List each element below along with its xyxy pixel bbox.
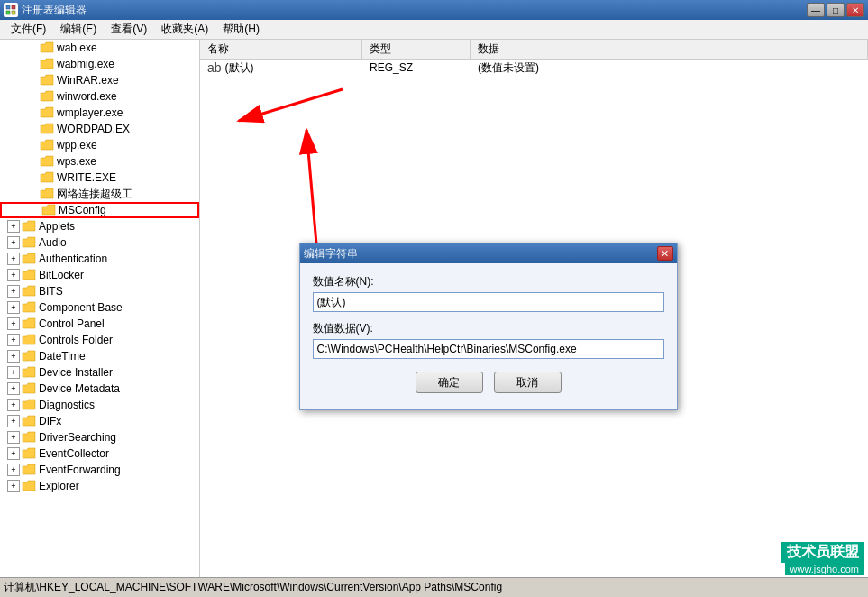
tree-item-label: Authentication (39, 253, 107, 265)
list-item[interactable]: + BitLocker (0, 267, 199, 283)
dialog-buttons: 确定 取消 (313, 368, 664, 399)
list-item[interactable]: WORDPAD.EX (0, 121, 199, 137)
tree-item-label: WinRAR.exe (57, 74, 119, 87)
folder-icon (40, 58, 54, 70)
expand-button[interactable]: + (7, 464, 20, 476)
expand-placeholder (25, 90, 38, 103)
folder-icon (22, 480, 36, 492)
tree-item-label: EventForwarding (39, 464, 121, 476)
folder-icon (40, 123, 54, 135)
menu-favorites[interactable]: 收藏夹(A) (154, 20, 215, 39)
folder-icon (41, 204, 56, 216)
expand-button[interactable]: + (7, 350, 20, 363)
list-item[interactable]: WRITE.EXE (0, 170, 199, 186)
table-row[interactable]: ab (默认) REG_SZ (数值未设置) (200, 60, 868, 76)
dialog-data-input[interactable] (313, 339, 664, 359)
tree-item-label: DriverSearching (39, 431, 116, 444)
list-item[interactable]: 网络连接超级工 (0, 186, 199, 202)
status-text: 计算机\HKEY_LOCAL_MACHINE\SOFTWARE\Microsof… (4, 580, 502, 595)
folder-icon (22, 253, 36, 265)
tree-scroll[interactable]: wab.exe wabmig.exe WinRAR.exe (0, 40, 199, 577)
tree-item-label: DateTime (39, 350, 86, 363)
list-item[interactable]: winword.exe (0, 88, 199, 105)
window-title: 注册表编辑器 (22, 3, 87, 18)
expand-button[interactable]: + (7, 236, 20, 249)
dialog-name-input[interactable] (313, 292, 664, 312)
dialog-title-bar: 编辑字符串 ✕ (300, 243, 677, 263)
expand-button[interactable]: + (7, 366, 20, 379)
list-item[interactable]: WinRAR.exe (0, 72, 199, 88)
list-item[interactable]: + DIFx (0, 413, 199, 429)
folder-icon (22, 415, 36, 427)
watermark: 技术员联盟 www.jsgho.com (781, 542, 864, 575)
folder-icon (40, 90, 54, 103)
tree-item-label: wabmig.exe (57, 58, 114, 70)
list-item[interactable]: + Explorer (0, 478, 199, 494)
list-item[interactable]: wmplayer.exe (0, 105, 199, 121)
tree-item-authentication[interactable]: + Authentication (0, 251, 199, 267)
expand-button[interactable]: + (7, 480, 20, 492)
expand-button[interactable]: + (7, 253, 20, 265)
tree-item-device-installer[interactable]: + Device Installer (0, 364, 199, 381)
expand-placeholder (25, 123, 38, 135)
expand-button[interactable]: + (7, 269, 20, 281)
folder-icon (22, 317, 36, 330)
expand-button[interactable]: + (7, 431, 20, 444)
folder-icon (22, 447, 36, 460)
menu-file[interactable]: 文件(F) (4, 20, 53, 39)
close-button[interactable]: ✕ (846, 3, 864, 17)
folder-icon (40, 74, 54, 87)
folder-icon (40, 41, 54, 54)
folder-icon (40, 171, 54, 184)
menu-view[interactable]: 查看(V) (104, 20, 154, 39)
list-item[interactable]: + Component Base (0, 299, 199, 316)
minimize-button[interactable]: — (807, 3, 825, 17)
maximize-button[interactable]: □ (827, 3, 845, 17)
menu-help[interactable]: 帮助(H) (215, 20, 267, 39)
list-item[interactable]: + Control Panel (0, 316, 199, 332)
tree-item-label: Controls Folder (39, 334, 113, 346)
list-item[interactable]: + Audio (0, 234, 199, 251)
expand-button[interactable]: + (7, 220, 20, 233)
list-item[interactable]: + Applets (0, 218, 199, 234)
list-item[interactable]: + Device Metadata (0, 381, 199, 397)
tree-item-msconfig[interactable]: MSConfig (0, 202, 199, 218)
tree-item-controls-folder[interactable]: + Controls Folder (0, 332, 199, 348)
folder-icon (22, 382, 36, 395)
list-item[interactable]: wps.exe (0, 153, 199, 170)
expand-button[interactable]: + (7, 415, 20, 427)
list-item[interactable]: + EventForwarding (0, 462, 199, 478)
window-controls: — □ ✕ (807, 3, 864, 17)
expand-button[interactable]: + (7, 399, 20, 411)
list-item[interactable]: wab.exe (0, 40, 199, 56)
folder-icon (40, 188, 54, 200)
dialog-cancel-button[interactable]: 取消 (494, 372, 562, 393)
expand-button[interactable]: + (7, 317, 20, 330)
list-item[interactable]: + EventCollector (0, 445, 199, 462)
list-item[interactable]: wabmig.exe (0, 56, 199, 72)
list-item[interactable]: wpp.exe (0, 137, 199, 153)
dialog-ok-button[interactable]: 确定 (416, 372, 483, 393)
list-item[interactable]: + Diagnostics (0, 397, 199, 413)
folder-icon (40, 155, 54, 168)
main-container: wab.exe wabmig.exe WinRAR.exe (0, 40, 868, 577)
expand-button[interactable]: + (7, 334, 20, 346)
dialog-close-button[interactable]: ✕ (657, 246, 673, 261)
col-header-name: 名称 (200, 40, 362, 59)
edit-string-dialog[interactable]: 编辑字符串 ✕ 数值名称(N): 数值数据(V): 确定 取消 (299, 243, 678, 410)
registry-name: (默认) (225, 60, 254, 76)
list-item[interactable]: + DriverSearching (0, 429, 199, 445)
expand-button[interactable]: + (7, 447, 20, 460)
dialog-title: 编辑字符串 (304, 246, 358, 262)
list-item[interactable]: + BITS (0, 283, 199, 299)
expand-placeholder (25, 106, 38, 119)
list-item[interactable]: + DateTime (0, 348, 199, 364)
registry-data-cell: (数值未设置) (471, 60, 868, 76)
column-headers: 名称 类型 数据 (200, 40, 868, 60)
tree-item-label: Audio (39, 236, 67, 249)
expand-button[interactable]: + (7, 285, 20, 298)
expand-placeholder (25, 188, 38, 200)
menu-edit[interactable]: 编辑(E) (53, 20, 104, 39)
expand-button[interactable]: + (7, 301, 20, 314)
expand-button[interactable]: + (7, 382, 20, 395)
